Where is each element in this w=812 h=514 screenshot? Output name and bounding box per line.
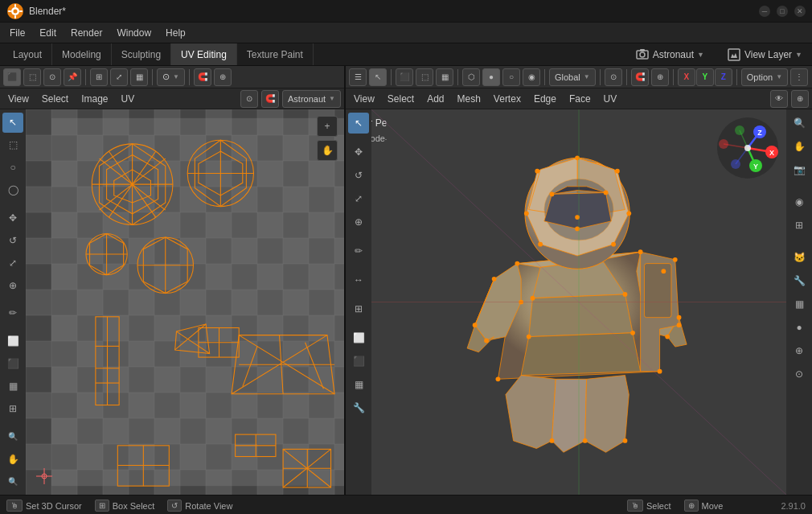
- close-button[interactable]: ✕: [794, 6, 806, 17]
- tool-zoom[interactable]: 🔍: [2, 426, 23, 446]
- uv-asset-selector[interactable]: Astronaut ▼: [282, 90, 341, 108]
- uv-select-circle[interactable]: ⊙: [43, 68, 61, 86]
- uv-stretch[interactable]: ⤢: [110, 68, 128, 86]
- vp-tool-transform[interactable]: ⊕: [348, 212, 369, 232]
- viewport-3d-canvas[interactable]: ↖ ✥ ↺ ⤢ ⊕ ✏ ↔ ⊞ ⬜ ⬛ ▦ 🔧 User Perspec: [346, 109, 812, 495]
- vp-right-tool-2[interactable]: ✋: [789, 136, 810, 157]
- vp-right-tool-1[interactable]: 🔍: [789, 113, 810, 134]
- menu-edit[interactable]: Edit: [33, 26, 63, 40]
- tool-annotate[interactable]: ✏: [2, 303, 23, 323]
- vp-overlay-toggle[interactable]: 👁: [770, 90, 788, 108]
- vp-mode-face[interactable]: ▦: [436, 68, 453, 86]
- vp-tool-box3[interactable]: ▦: [348, 374, 369, 395]
- constraint-z[interactable]: Z: [715, 68, 732, 86]
- vp-right-tool-particle[interactable]: ⊕: [789, 340, 810, 361]
- vp-right-tool-material[interactable]: ●: [789, 317, 810, 338]
- uv-pin[interactable]: 📌: [64, 68, 81, 86]
- vp-options[interactable]: Option ▼: [741, 68, 788, 86]
- vp-menu-view[interactable]: View: [349, 92, 379, 106]
- vp-menu-add[interactable]: Add: [422, 92, 449, 106]
- vp-menu-face[interactable]: Face: [564, 92, 596, 106]
- uv-viewport[interactable]: ↖ ⬚ ○ ◯ ✥ ↺ ⤢ ⊕ ✏ ⬜ ⬛ ▦ ⊞ 🔍 ✋ 🔍: [0, 109, 344, 495]
- tool-box-3d-2[interactable]: ⬛: [2, 354, 23, 374]
- minimize-button[interactable]: ─: [759, 6, 770, 17]
- vp-menu-select[interactable]: Select: [383, 92, 419, 106]
- tool-rotate[interactable]: ↺: [2, 230, 23, 250]
- vp-mode-vertex[interactable]: ⬛: [396, 68, 413, 86]
- dropdown-arrow-viewlayer[interactable]: ▼: [795, 51, 802, 59]
- tab-sculpting[interactable]: Sculpting: [112, 43, 171, 65]
- vp-extra-options[interactable]: ⋮: [790, 68, 808, 86]
- vp-menu-vertex[interactable]: Vertex: [489, 92, 526, 106]
- vp-proportional[interactable]: ⊕: [651, 68, 669, 86]
- tool-move[interactable]: ✥: [2, 208, 23, 228]
- uv-menu-select[interactable]: Select: [37, 92, 73, 106]
- tool-zoom-2[interactable]: 🔍: [2, 471, 23, 491]
- vp-right-tool-modifier[interactable]: 🔧: [789, 270, 810, 291]
- tab-uv-editing[interactable]: UV Editing: [171, 43, 237, 65]
- uv-menu-image[interactable]: Image: [76, 92, 113, 106]
- constraint-y[interactable]: Y: [696, 68, 714, 86]
- tool-transform[interactable]: ⊕: [2, 275, 23, 295]
- vp-menu-uv[interactable]: UV: [599, 92, 622, 106]
- vp-tool-annotate[interactable]: ✏: [348, 241, 369, 261]
- uv-snap[interactable]: 🧲: [194, 68, 211, 86]
- navigation-gizmo[interactable]: Z X Y: [716, 116, 780, 180]
- vp-right-tool-object[interactable]: 🐱: [789, 247, 810, 268]
- uv-mode[interactable]: ▦: [130, 68, 148, 86]
- vp-right-tool-data[interactable]: ▦: [789, 294, 810, 315]
- vp-tool-measure[interactable]: ↔: [348, 269, 369, 290]
- uv-select-box[interactable]: ⬚: [23, 68, 41, 86]
- tool-box-3d-3[interactable]: ▦: [2, 376, 23, 397]
- uv-menu-uv[interactable]: UV: [117, 92, 140, 106]
- vp-right-tool-physics[interactable]: ⊙: [789, 364, 810, 384]
- vp-select-tool[interactable]: ↖: [369, 68, 387, 86]
- maximize-button[interactable]: □: [777, 6, 788, 17]
- vp-tool-box4[interactable]: 🔧: [348, 397, 369, 418]
- vp-mode-edge[interactable]: ⬚: [416, 68, 433, 86]
- vp-right-tool-render[interactable]: ◉: [789, 191, 810, 212]
- proportional-editing[interactable]: ⊙ ▼: [157, 68, 185, 86]
- tool-pan[interactable]: ✋: [2, 449, 23, 469]
- tool-box-select[interactable]: ⬚: [2, 135, 23, 155]
- uv-zoom-in[interactable]: +: [317, 116, 338, 137]
- vp-right-tool-render2[interactable]: ⊞: [789, 215, 810, 236]
- vp-tool-add[interactable]: ⊞: [348, 298, 369, 319]
- vp-menu-edge[interactable]: Edge: [529, 92, 561, 106]
- vp-pivot[interactable]: ⊙: [605, 68, 622, 86]
- vp-tool-scale[interactable]: ⤢: [348, 188, 369, 209]
- uv-menu-view[interactable]: View: [3, 92, 34, 106]
- menu-help[interactable]: Help: [159, 26, 192, 40]
- vp-transform-orientation[interactable]: Global ▼: [549, 68, 596, 86]
- vp-right-camera[interactable]: 📷: [789, 159, 810, 180]
- menu-file[interactable]: File: [3, 26, 31, 40]
- vp-viewport-shading-render[interactable]: ◉: [523, 68, 540, 86]
- tool-scale[interactable]: ⤢: [2, 253, 23, 273]
- tab-modeling[interactable]: Modeling: [52, 43, 112, 65]
- tab-layout[interactable]: Layout: [3, 43, 52, 65]
- menu-window[interactable]: Window: [110, 26, 158, 40]
- vp-menu-mesh[interactable]: Mesh: [453, 92, 486, 106]
- vp-tool-move[interactable]: ✥: [348, 142, 369, 162]
- vp-viewport-shading-material[interactable]: ○: [502, 68, 520, 86]
- vp-tool-rotate[interactable]: ↺: [348, 165, 369, 186]
- vp-tool-box1[interactable]: ⬜: [348, 327, 369, 348]
- vp-viewport-shading-wire[interactable]: ⬡: [462, 68, 480, 86]
- uv-select-mode-vertex[interactable]: ⬛: [3, 68, 21, 86]
- menu-render[interactable]: Render: [64, 26, 109, 40]
- vp-tool-cursor[interactable]: ↖: [348, 113, 369, 134]
- tool-circle-select[interactable]: ◯: [2, 180, 23, 200]
- uv-transform[interactable]: ⊕: [214, 68, 232, 86]
- uv-snap-toggle[interactable]: 🧲: [261, 90, 279, 108]
- tool-box-3d-4[interactable]: ⊞: [2, 399, 23, 419]
- uv-proportional-toggle[interactable]: ⊙: [240, 90, 258, 108]
- vp-gizmo-toggle[interactable]: ⊕: [791, 90, 809, 108]
- uv-sync[interactable]: ⊞: [90, 68, 108, 86]
- vp-tool-box2[interactable]: ⬛: [348, 351, 369, 372]
- tool-cursor[interactable]: ↖: [2, 113, 23, 133]
- tool-box-3d[interactable]: ⬜: [2, 331, 23, 352]
- dropdown-arrow-camera[interactable]: ▼: [697, 51, 704, 59]
- vp-viewport-shading-solid[interactable]: ●: [482, 68, 500, 86]
- tab-texture-paint[interactable]: Texture Paint: [237, 43, 314, 65]
- tool-lasso[interactable]: ○: [2, 158, 23, 178]
